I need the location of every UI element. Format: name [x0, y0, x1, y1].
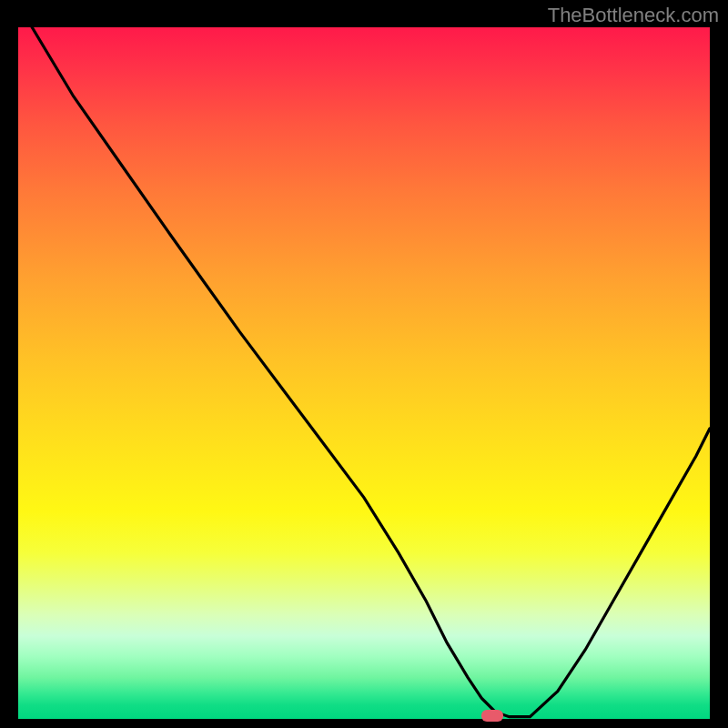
curve-svg	[18, 27, 710, 719]
plot-area	[18, 27, 710, 719]
watermark-text: TheBottleneck.com	[548, 4, 719, 27]
bottleneck-curve	[32, 27, 710, 717]
optimal-marker	[481, 710, 503, 722]
